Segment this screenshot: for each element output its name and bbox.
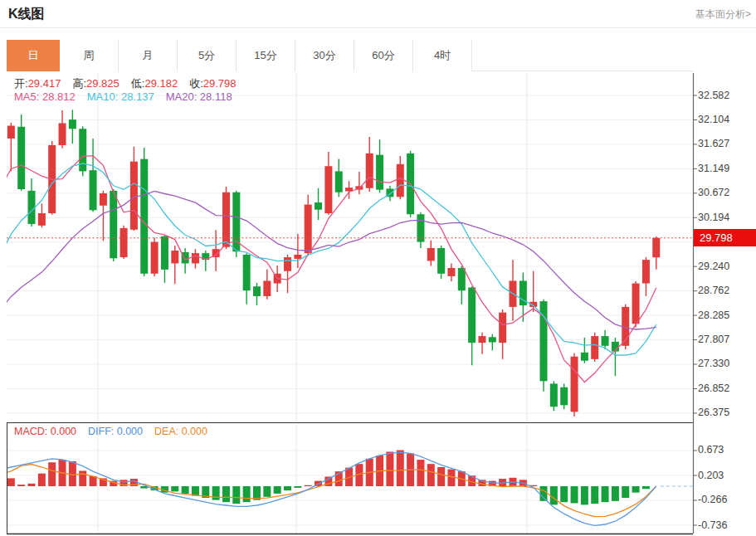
readout-item: 低:29.182 (131, 77, 178, 90)
readout-item: DIFF: 0.000 (88, 426, 143, 437)
price-axis-label: 31.149 (698, 163, 729, 174)
readout-item: 收:29.798 (189, 77, 236, 90)
readout-item: 开:29.417 (14, 77, 61, 90)
price-axis-label: 26.375 (698, 407, 729, 418)
ma-readout: MA5: 28.812MA10: 28.137MA20: 28.118 (14, 90, 244, 103)
kline-page: K线图 基本面分析> 日周月5分15分30分60分4时 开:29.417高:29… (0, 0, 756, 536)
macd-axis-label: -0.736 (698, 519, 727, 531)
price-axis-label: 27.807 (698, 334, 729, 345)
price-axis-label: 29.240 (698, 261, 729, 272)
macd-axis-label: 0.203 (698, 470, 724, 481)
macd-readout: MACD: 0.000DIFF: 0.000DEA: 0.000 (14, 426, 219, 437)
readout-item: MA20: 28.118 (166, 90, 232, 103)
price-axis-label: 26.852 (698, 383, 729, 394)
price-axis-label: 28.285 (698, 309, 729, 321)
price-axis-label: 27.330 (698, 358, 729, 369)
readout-item: MA5: 28.812 (14, 90, 76, 103)
readout-item: 高:29.825 (72, 77, 119, 90)
price-axis-label: 28.762 (698, 285, 729, 296)
price-axis-label: 30.194 (698, 212, 729, 223)
price-axis-label: 30.672 (698, 187, 729, 198)
ohlc-readout: 开:29.417高:29.825低:29.182收:29.798 (14, 76, 248, 91)
price-axis-label: 31.627 (698, 138, 729, 149)
readout-item: MA10: 28.137 (87, 90, 154, 103)
macd-axis-label: -0.266 (698, 494, 727, 505)
price-axis-label: 32.582 (698, 90, 729, 101)
current-price-badge: 29.798 (694, 229, 756, 246)
readout-item: MACD: 0.000 (14, 426, 76, 437)
readout-item: DEA: 0.000 (154, 426, 207, 437)
chart-plot-area[interactable]: 开:29.417高:29.825低:29.182收:29.798 MA5: 28… (0, 0, 756, 536)
price-axis-label: 32.104 (698, 114, 729, 125)
macd-axis-label: 0.673 (698, 444, 724, 456)
